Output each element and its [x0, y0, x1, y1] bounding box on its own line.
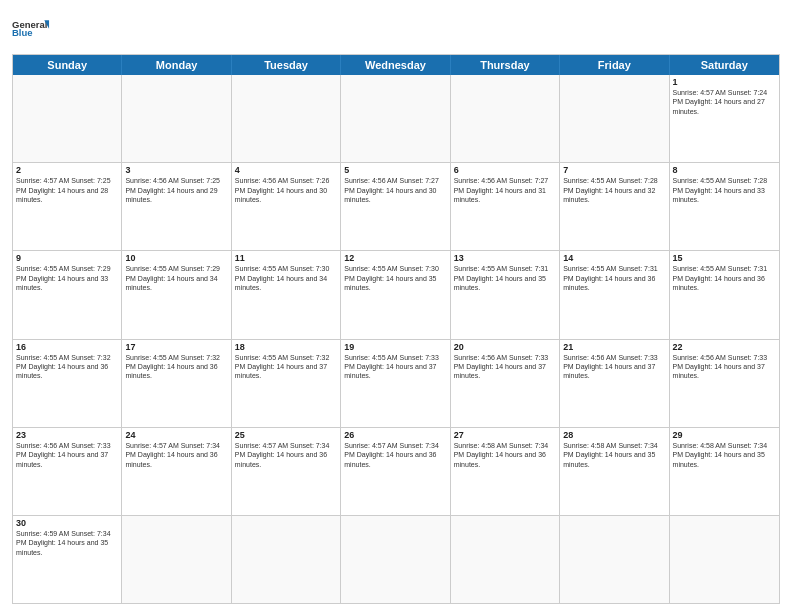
day-number: 20 — [454, 342, 556, 352]
logo: General Blue — [12, 10, 50, 48]
calendar-cell — [232, 516, 341, 603]
calendar-cell: 27Sunrise: 4:58 AM Sunset: 7:34 PM Dayli… — [451, 428, 560, 515]
day-number: 17 — [125, 342, 227, 352]
calendar-row: 2Sunrise: 4:57 AM Sunset: 7:25 PM Daylig… — [13, 163, 779, 251]
calendar-cell: 24Sunrise: 4:57 AM Sunset: 7:34 PM Dayli… — [122, 428, 231, 515]
calendar-cell: 16Sunrise: 4:55 AM Sunset: 7:32 PM Dayli… — [13, 340, 122, 427]
day-number: 13 — [454, 253, 556, 263]
day-info: Sunrise: 4:57 AM Sunset: 7:24 PM Dayligh… — [673, 88, 776, 116]
calendar-cell: 14Sunrise: 4:55 AM Sunset: 7:31 PM Dayli… — [560, 251, 669, 338]
calendar-cell: 18Sunrise: 4:55 AM Sunset: 7:32 PM Dayli… — [232, 340, 341, 427]
calendar-cell — [122, 516, 231, 603]
day-info: Sunrise: 4:58 AM Sunset: 7:34 PM Dayligh… — [563, 441, 665, 469]
day-info: Sunrise: 4:56 AM Sunset: 7:33 PM Dayligh… — [563, 353, 665, 381]
weekday-header: Thursday — [451, 55, 560, 75]
day-number: 30 — [16, 518, 118, 528]
day-number: 15 — [673, 253, 776, 263]
day-number: 27 — [454, 430, 556, 440]
day-info: Sunrise: 4:55 AM Sunset: 7:32 PM Dayligh… — [235, 353, 337, 381]
calendar-cell: 20Sunrise: 4:56 AM Sunset: 7:33 PM Dayli… — [451, 340, 560, 427]
calendar-cell: 5Sunrise: 4:56 AM Sunset: 7:27 PM Daylig… — [341, 163, 450, 250]
calendar-cell: 19Sunrise: 4:55 AM Sunset: 7:33 PM Dayli… — [341, 340, 450, 427]
svg-text:Blue: Blue — [12, 27, 33, 38]
day-number: 1 — [673, 77, 776, 87]
calendar-cell: 30Sunrise: 4:59 AM Sunset: 7:34 PM Dayli… — [13, 516, 122, 603]
day-number: 2 — [16, 165, 118, 175]
calendar-cell: 15Sunrise: 4:55 AM Sunset: 7:31 PM Dayli… — [670, 251, 779, 338]
calendar-cell — [451, 75, 560, 162]
day-number: 3 — [125, 165, 227, 175]
day-info: Sunrise: 4:58 AM Sunset: 7:34 PM Dayligh… — [454, 441, 556, 469]
calendar-cell — [13, 75, 122, 162]
day-number: 24 — [125, 430, 227, 440]
calendar-cell: 17Sunrise: 4:55 AM Sunset: 7:32 PM Dayli… — [122, 340, 231, 427]
calendar-row: 23Sunrise: 4:56 AM Sunset: 7:33 PM Dayli… — [13, 428, 779, 516]
day-info: Sunrise: 4:56 AM Sunset: 7:27 PM Dayligh… — [344, 176, 446, 204]
calendar-cell — [341, 516, 450, 603]
weekday-header: Friday — [560, 55, 669, 75]
day-number: 21 — [563, 342, 665, 352]
calendar-cell: 13Sunrise: 4:55 AM Sunset: 7:31 PM Dayli… — [451, 251, 560, 338]
day-number: 7 — [563, 165, 665, 175]
calendar-cell: 2Sunrise: 4:57 AM Sunset: 7:25 PM Daylig… — [13, 163, 122, 250]
day-number: 22 — [673, 342, 776, 352]
day-number: 5 — [344, 165, 446, 175]
day-number: 29 — [673, 430, 776, 440]
day-info: Sunrise: 4:55 AM Sunset: 7:28 PM Dayligh… — [673, 176, 776, 204]
calendar-cell — [341, 75, 450, 162]
calendar: SundayMondayTuesdayWednesdayThursdayFrid… — [12, 54, 780, 604]
calendar-cell — [122, 75, 231, 162]
day-number: 6 — [454, 165, 556, 175]
day-number: 10 — [125, 253, 227, 263]
day-info: Sunrise: 4:56 AM Sunset: 7:33 PM Dayligh… — [454, 353, 556, 381]
day-info: Sunrise: 4:55 AM Sunset: 7:28 PM Dayligh… — [563, 176, 665, 204]
calendar-cell: 11Sunrise: 4:55 AM Sunset: 7:30 PM Dayli… — [232, 251, 341, 338]
day-number: 26 — [344, 430, 446, 440]
day-info: Sunrise: 4:55 AM Sunset: 7:32 PM Dayligh… — [16, 353, 118, 381]
day-info: Sunrise: 4:55 AM Sunset: 7:33 PM Dayligh… — [344, 353, 446, 381]
calendar-row: 9Sunrise: 4:55 AM Sunset: 7:29 PM Daylig… — [13, 251, 779, 339]
calendar-cell: 7Sunrise: 4:55 AM Sunset: 7:28 PM Daylig… — [560, 163, 669, 250]
day-info: Sunrise: 4:57 AM Sunset: 7:34 PM Dayligh… — [125, 441, 227, 469]
day-number: 23 — [16, 430, 118, 440]
calendar-cell — [451, 516, 560, 603]
weekday-header: Monday — [122, 55, 231, 75]
calendar-cell: 8Sunrise: 4:55 AM Sunset: 7:28 PM Daylig… — [670, 163, 779, 250]
calendar-cell — [670, 516, 779, 603]
day-info: Sunrise: 4:56 AM Sunset: 7:33 PM Dayligh… — [673, 353, 776, 381]
calendar-cell: 3Sunrise: 4:56 AM Sunset: 7:25 PM Daylig… — [122, 163, 231, 250]
day-info: Sunrise: 4:55 AM Sunset: 7:31 PM Dayligh… — [673, 264, 776, 292]
day-number: 14 — [563, 253, 665, 263]
calendar-cell: 1Sunrise: 4:57 AM Sunset: 7:24 PM Daylig… — [670, 75, 779, 162]
calendar-cell: 29Sunrise: 4:58 AM Sunset: 7:34 PM Dayli… — [670, 428, 779, 515]
day-info: Sunrise: 4:56 AM Sunset: 7:25 PM Dayligh… — [125, 176, 227, 204]
calendar-cell: 28Sunrise: 4:58 AM Sunset: 7:34 PM Dayli… — [560, 428, 669, 515]
calendar-cell: 6Sunrise: 4:56 AM Sunset: 7:27 PM Daylig… — [451, 163, 560, 250]
day-number: 28 — [563, 430, 665, 440]
day-info: Sunrise: 4:57 AM Sunset: 7:34 PM Dayligh… — [344, 441, 446, 469]
calendar-cell: 4Sunrise: 4:56 AM Sunset: 7:26 PM Daylig… — [232, 163, 341, 250]
day-info: Sunrise: 4:56 AM Sunset: 7:33 PM Dayligh… — [16, 441, 118, 469]
calendar-cell — [232, 75, 341, 162]
day-info: Sunrise: 4:55 AM Sunset: 7:31 PM Dayligh… — [563, 264, 665, 292]
logo-svg: General Blue — [12, 10, 50, 48]
day-info: Sunrise: 4:58 AM Sunset: 7:34 PM Dayligh… — [673, 441, 776, 469]
calendar-row: 16Sunrise: 4:55 AM Sunset: 7:32 PM Dayli… — [13, 340, 779, 428]
day-info: Sunrise: 4:57 AM Sunset: 7:34 PM Dayligh… — [235, 441, 337, 469]
day-number: 12 — [344, 253, 446, 263]
day-number: 16 — [16, 342, 118, 352]
day-info: Sunrise: 4:55 AM Sunset: 7:30 PM Dayligh… — [235, 264, 337, 292]
day-number: 8 — [673, 165, 776, 175]
day-number: 19 — [344, 342, 446, 352]
calendar-cell: 25Sunrise: 4:57 AM Sunset: 7:34 PM Dayli… — [232, 428, 341, 515]
weekday-header: Sunday — [13, 55, 122, 75]
calendar-cell: 26Sunrise: 4:57 AM Sunset: 7:34 PM Dayli… — [341, 428, 450, 515]
calendar-body: 1Sunrise: 4:57 AM Sunset: 7:24 PM Daylig… — [13, 75, 779, 603]
day-info: Sunrise: 4:55 AM Sunset: 7:32 PM Dayligh… — [125, 353, 227, 381]
day-info: Sunrise: 4:59 AM Sunset: 7:34 PM Dayligh… — [16, 529, 118, 557]
day-info: Sunrise: 4:56 AM Sunset: 7:27 PM Dayligh… — [454, 176, 556, 204]
day-number: 9 — [16, 253, 118, 263]
day-info: Sunrise: 4:55 AM Sunset: 7:29 PM Dayligh… — [16, 264, 118, 292]
day-number: 25 — [235, 430, 337, 440]
day-info: Sunrise: 4:55 AM Sunset: 7:29 PM Dayligh… — [125, 264, 227, 292]
